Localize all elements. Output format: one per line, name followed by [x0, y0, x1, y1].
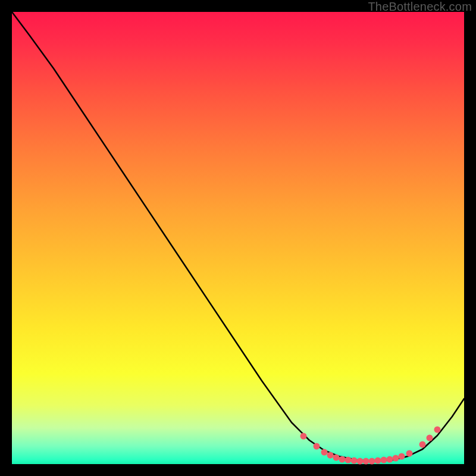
data-point — [399, 453, 405, 460]
data-point — [381, 457, 387, 464]
watermark-text: TheBottleneck.com — [368, 0, 472, 14]
data-point — [375, 458, 381, 464]
data-point — [357, 458, 364, 465]
chart-frame: TheBottleneck.com — [0, 0, 476, 476]
data-point — [393, 455, 399, 462]
data-point — [434, 427, 441, 433]
data-point — [406, 450, 413, 457]
main-curve — [12, 12, 464, 461]
plot-area — [12, 12, 464, 464]
data-point — [314, 443, 320, 450]
data-point — [327, 452, 334, 459]
data-point — [351, 458, 358, 464]
marker-group — [300, 427, 441, 465]
curve-svg — [12, 12, 464, 464]
data-point — [321, 449, 328, 456]
data-point — [363, 458, 369, 465]
data-point — [300, 433, 307, 440]
data-point — [387, 456, 393, 463]
data-point — [333, 455, 340, 461]
data-point — [339, 456, 346, 463]
data-point — [345, 457, 352, 464]
data-point — [369, 458, 375, 465]
data-point — [427, 435, 433, 441]
data-point — [419, 441, 426, 448]
